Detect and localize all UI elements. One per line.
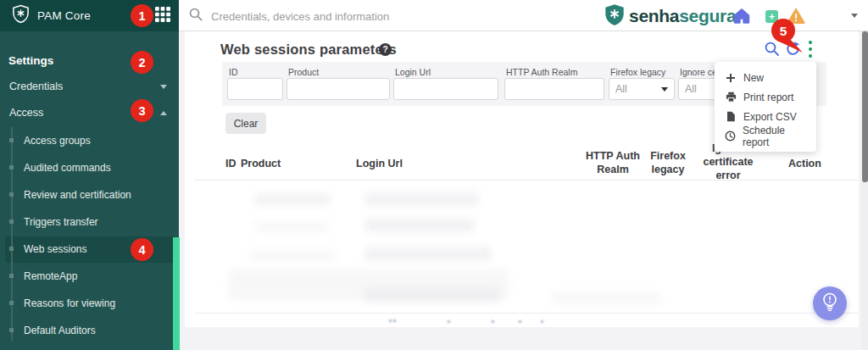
sidebar-item-label: Reasons for viewing [24, 297, 115, 309]
sidebar-item-audited-commands[interactable]: Audited commands [0, 155, 179, 181]
sidebar-item-triggers-transfer[interactable]: Triggers transfer [0, 209, 179, 235]
redacted-region [551, 292, 661, 304]
sidebar-item-reasons-for-viewing[interactable]: Reasons for viewing [0, 291, 179, 316]
tree-bullet-icon [9, 328, 14, 332]
pagination-mark [492, 320, 494, 323]
filter-label-login-url: Login Url [395, 67, 431, 77]
tree-bullet-icon [9, 219, 14, 224]
column-header-product: Product [241, 157, 281, 170]
chevron-down-icon [160, 85, 167, 89]
column-header-id: ID [225, 157, 236, 170]
search-icon [189, 8, 203, 25]
plus-icon [725, 72, 737, 84]
tree-bullet-icon [9, 192, 14, 197]
settings-section-title: Settings [8, 54, 53, 67]
kebab-menu-icon[interactable] [807, 41, 814, 58]
filter-input-http-auth-realm[interactable] [504, 78, 604, 100]
pagination-mark [389, 319, 392, 322]
filter-label-id: ID [229, 67, 238, 77]
sidebar-item-label: Review and certification [24, 189, 131, 201]
apps-grid-icon[interactable] [155, 7, 170, 25]
tree-bullet-icon [9, 138, 14, 142]
select-value: All [685, 83, 697, 95]
tree-bullet-icon [9, 165, 14, 169]
tree-bullet-icon [9, 274, 14, 278]
clock-icon [725, 131, 736, 142]
svg-text:5: 5 [780, 24, 787, 38]
shield-logo-icon [12, 4, 30, 27]
filter-input-login-url[interactable] [393, 78, 498, 100]
select-caret-icon [661, 87, 668, 92]
sidebar-item-label: RemoteApp [24, 270, 77, 282]
filter-label-product: Product [288, 67, 319, 77]
pagination-mark [393, 319, 396, 322]
page-title: Web sessions parameters [220, 42, 397, 58]
select-value: All [615, 83, 627, 95]
brand-word-segura: segura [679, 6, 736, 25]
filter-input-product[interactable] [287, 78, 390, 100]
pagination-mark [519, 320, 521, 323]
tree-bullet-icon [9, 247, 14, 251]
menu-item-schedule-report[interactable]: Schedule report [715, 126, 816, 146]
sidebar: PAM Core Settings Credentials Access Acc… [0, 0, 179, 350]
menu-item-new[interactable]: New [715, 68, 816, 87]
profile-caret-icon[interactable] [851, 14, 858, 18]
hint-fab-button[interactable] [813, 286, 847, 320]
filter-label-http-auth-realm: HTTP Auth Realm [506, 67, 577, 77]
sidebar-item-access-groups[interactable]: Access groups [0, 128, 179, 153]
context-menu: New Print report Export CSV Schedule rep… [715, 62, 816, 152]
module-title: PAM Core [37, 9, 91, 22]
brand-word-senha: senha [629, 6, 679, 25]
group-label: Credentials [9, 81, 63, 92]
chevron-up-icon [160, 111, 167, 115]
sidebar-item-label: Audited commands [24, 162, 111, 174]
sidebar-item-default-auditors[interactable]: Default Auditors [0, 318, 179, 343]
column-header-action: Action [788, 157, 821, 170]
step-badge-1: 1 [131, 4, 153, 27]
menu-item-label: New [743, 72, 764, 84]
lightbulb-icon [821, 292, 839, 316]
column-header-firefox-legacy: Firefox legacy [642, 149, 694, 176]
table-header-divider [195, 180, 858, 181]
tree-bullet-icon [9, 301, 14, 305]
clear-button[interactable]: Clear [225, 113, 266, 134]
menu-item-label: Export CSV [743, 111, 797, 123]
home-icon[interactable] [732, 8, 751, 28]
brand-wordmark: senhasegura [629, 6, 736, 26]
group-label: Access [9, 107, 43, 119]
step-badge-2: 2 [131, 51, 153, 74]
page-scrollbar-thumb[interactable] [862, 31, 868, 182]
sidebar-group-credentials[interactable]: Credentials [0, 74, 179, 99]
sidebar-scrollbar-thumb[interactable] [173, 237, 180, 350]
redacted-cell [364, 247, 492, 261]
filter-input-id[interactable] [227, 78, 283, 100]
sidebar-item-remoteapp[interactable]: RemoteApp [0, 264, 179, 289]
brand-shield-icon [604, 3, 626, 30]
step-badge-3: 3 [131, 99, 153, 122]
pagination-mark [541, 320, 543, 323]
step-badge-4: 4 [131, 238, 153, 261]
step-badge-5: 5 [761, 17, 807, 58]
table-bottom-divider [195, 313, 858, 314]
sidebar-item-review-certification[interactable]: Review and certification [0, 182, 179, 208]
printer-icon [725, 92, 737, 103]
sidebar-item-label: Access groups [24, 135, 91, 147]
brand-logo: senhasegura [604, 5, 736, 27]
global-search [189, 5, 545, 27]
menu-item-label: Print report [743, 92, 793, 103]
file-icon [725, 111, 737, 123]
sidebar-item-label: Default Auditors [24, 325, 96, 336]
redacted-cell [254, 222, 329, 232]
column-header-login-url: Login Url [356, 157, 403, 170]
search-input[interactable] [211, 10, 533, 23]
redacted-cell [250, 251, 335, 261]
menu-item-print-report[interactable]: Print report [715, 87, 816, 107]
redacted-cell [254, 194, 331, 205]
menu-item-label: Schedule report [743, 125, 806, 148]
filter-label-firefox-legacy: Firefox legacy [610, 67, 665, 77]
help-icon[interactable]: ? [379, 43, 392, 56]
filter-select-firefox-legacy[interactable]: All [609, 78, 675, 100]
redacted-cell [364, 192, 479, 206]
column-header-http-auth-realm: HTTP Auth Realm [579, 149, 647, 176]
sidebar-item-label: Triggers transfer [24, 216, 98, 228]
